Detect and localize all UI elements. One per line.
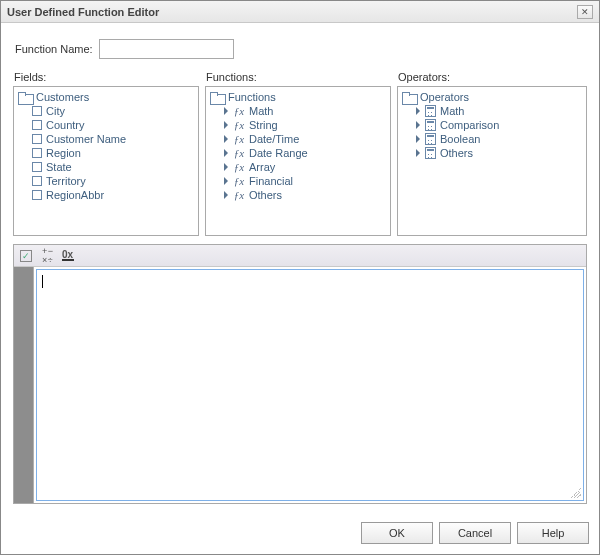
function-category[interactable]: ƒxDate/Time bbox=[222, 132, 388, 146]
field-item-label: Customer Name bbox=[46, 133, 126, 145]
dialog-buttons: OK Cancel Help bbox=[1, 514, 599, 554]
expander-icon bbox=[224, 191, 228, 199]
field-item[interactable]: State bbox=[30, 160, 196, 174]
zero-x-text: 0x bbox=[62, 251, 73, 259]
operator-category[interactable]: Others bbox=[414, 146, 584, 160]
calculator-icon bbox=[425, 133, 436, 145]
field-item[interactable]: City bbox=[30, 104, 196, 118]
folder-icon bbox=[402, 92, 416, 103]
operators-subtree: Math Comparison Boolean Others bbox=[414, 104, 584, 160]
function-name-row: Function Name: bbox=[15, 39, 587, 59]
field-icon bbox=[32, 190, 42, 200]
field-item[interactable]: Region bbox=[30, 146, 196, 160]
operator-category[interactable]: Boolean bbox=[414, 132, 584, 146]
expander-icon bbox=[224, 163, 228, 171]
function-category-label: Others bbox=[249, 189, 282, 201]
expander-icon bbox=[224, 135, 228, 143]
fields-root-node[interactable]: Customers bbox=[16, 90, 196, 104]
dialog-window: User Defined Function Editor ✕ Function … bbox=[0, 0, 600, 555]
zero-x-icon: 0x bbox=[62, 251, 74, 261]
functions-root-node[interactable]: Functions bbox=[208, 90, 388, 104]
hex-button[interactable]: 0x bbox=[62, 251, 74, 261]
function-name-input[interactable] bbox=[99, 39, 234, 59]
fx-icon: ƒx bbox=[233, 175, 245, 187]
fields-root-label: Customers bbox=[36, 91, 89, 103]
expander-icon bbox=[416, 121, 420, 129]
operators-button[interactable]: + −× ÷ bbox=[42, 247, 52, 265]
underline-bar bbox=[62, 259, 74, 261]
field-icon bbox=[32, 148, 42, 158]
close-icon: ✕ bbox=[581, 7, 589, 17]
fields-tree[interactable]: Customers City Country Customer Name Reg… bbox=[13, 86, 199, 236]
operators-root-label: Operators bbox=[420, 91, 469, 103]
window-title: User Defined Function Editor bbox=[7, 6, 159, 18]
plus-minus-icon: + −× ÷ bbox=[42, 247, 52, 265]
operators-label: Operators: bbox=[398, 71, 587, 83]
functions-label: Functions: bbox=[206, 71, 391, 83]
function-category-label: Financial bbox=[249, 175, 293, 187]
fx-icon: ƒx bbox=[233, 105, 245, 117]
help-button[interactable]: Help bbox=[517, 522, 589, 544]
fx-icon: ƒx bbox=[233, 133, 245, 145]
function-category[interactable]: ƒxFinancial bbox=[222, 174, 388, 188]
function-category-label: Math bbox=[249, 105, 273, 117]
field-item-label: Region bbox=[46, 147, 81, 159]
operator-category-label: Comparison bbox=[440, 119, 499, 131]
calculator-icon bbox=[425, 105, 436, 117]
field-item-label: Country bbox=[46, 119, 85, 131]
fx-icon: ƒx bbox=[233, 189, 245, 201]
line-gutter bbox=[14, 267, 34, 503]
text-cursor bbox=[42, 275, 43, 288]
function-category[interactable]: ƒxOthers bbox=[222, 188, 388, 202]
field-item-label: City bbox=[46, 105, 65, 117]
expander-icon bbox=[224, 121, 228, 129]
close-button[interactable]: ✕ bbox=[577, 5, 593, 19]
field-icon bbox=[32, 176, 42, 186]
function-category[interactable]: ƒxString bbox=[222, 118, 388, 132]
operator-category[interactable]: Comparison bbox=[414, 118, 584, 132]
editor-body bbox=[14, 267, 586, 503]
validate-button[interactable]: ✓ bbox=[20, 250, 32, 262]
functions-subtree: ƒxMath ƒxString ƒxDate/Time ƒxDate Range… bbox=[222, 104, 388, 202]
operator-category[interactable]: Math bbox=[414, 104, 584, 118]
field-item-label: State bbox=[46, 161, 72, 173]
check-icon: ✓ bbox=[20, 250, 32, 262]
field-item[interactable]: Country bbox=[30, 118, 196, 132]
fx-icon: ƒx bbox=[233, 147, 245, 159]
functions-tree[interactable]: Functions ƒxMath ƒxString ƒxDate/Time ƒx… bbox=[205, 86, 391, 236]
functions-root-label: Functions bbox=[228, 91, 276, 103]
resize-grip[interactable] bbox=[571, 488, 581, 498]
ok-button[interactable]: OK bbox=[361, 522, 433, 544]
fields-label: Fields: bbox=[14, 71, 199, 83]
expander-icon bbox=[416, 107, 420, 115]
content-area: Function Name: Fields: Customers City Co… bbox=[1, 23, 599, 514]
folder-icon bbox=[18, 92, 32, 103]
operators-root-node[interactable]: Operators bbox=[400, 90, 584, 104]
field-icon bbox=[32, 106, 42, 116]
field-item[interactable]: Customer Name bbox=[30, 132, 196, 146]
field-icon bbox=[32, 120, 42, 130]
function-category[interactable]: ƒxArray bbox=[222, 160, 388, 174]
field-item[interactable]: RegionAbbr bbox=[30, 188, 196, 202]
field-icon bbox=[32, 162, 42, 172]
field-item[interactable]: Territory bbox=[30, 174, 196, 188]
function-category-label: Date Range bbox=[249, 147, 308, 159]
editor-toolbar: ✓ + −× ÷ 0x bbox=[14, 245, 586, 267]
functions-column: Functions: Functions ƒxMath ƒxString ƒxD… bbox=[205, 71, 391, 236]
expression-textarea[interactable] bbox=[36, 269, 584, 501]
expander-icon bbox=[224, 177, 228, 185]
operators-column: Operators: Operators Math Comparison Boo… bbox=[397, 71, 587, 236]
titlebar: User Defined Function Editor ✕ bbox=[1, 1, 599, 23]
operator-category-label: Math bbox=[440, 105, 464, 117]
operator-category-label: Boolean bbox=[440, 133, 480, 145]
function-category[interactable]: ƒxDate Range bbox=[222, 146, 388, 160]
expander-icon bbox=[224, 107, 228, 115]
cancel-button[interactable]: Cancel bbox=[439, 522, 511, 544]
function-category-label: Array bbox=[249, 161, 275, 173]
expander-icon bbox=[416, 149, 420, 157]
function-category[interactable]: ƒxMath bbox=[222, 104, 388, 118]
operator-category-label: Others bbox=[440, 147, 473, 159]
fx-icon: ƒx bbox=[233, 161, 245, 173]
function-category-label: String bbox=[249, 119, 278, 131]
operators-tree[interactable]: Operators Math Comparison Boolean Others bbox=[397, 86, 587, 236]
